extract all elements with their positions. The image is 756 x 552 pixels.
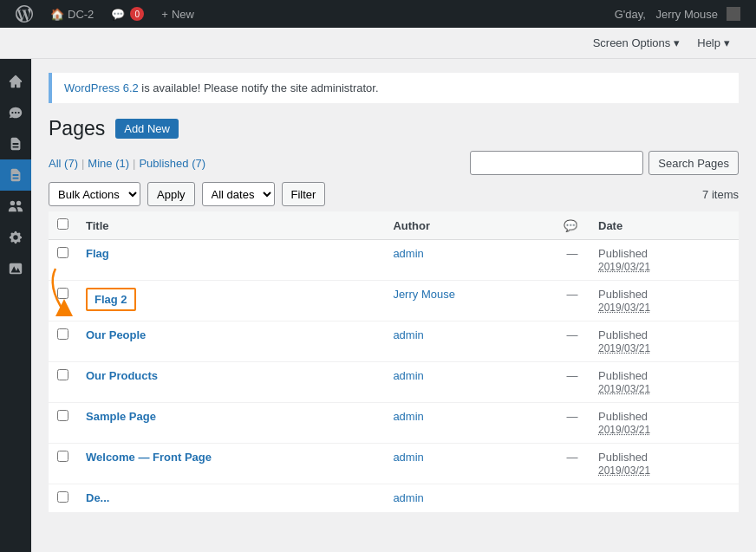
help-button[interactable]: Help ▾	[688, 33, 739, 53]
user-avatar	[727, 7, 740, 21]
wp-logo[interactable]	[7, 0, 42, 28]
sidebar-item-users[interactable]	[0, 191, 31, 222]
apply-button[interactable]: Apply	[147, 182, 195, 206]
sidebar-item-media[interactable]	[0, 253, 31, 284]
title-header[interactable]: Title	[77, 211, 384, 240]
screen-options-button[interactable]: Screen Options ▾	[584, 33, 689, 53]
author-link[interactable]: admin	[393, 451, 423, 464]
row-checkbox-cell	[49, 321, 77, 362]
row-checkbox[interactable]	[57, 491, 68, 503]
select-all-checkbox[interactable]	[57, 218, 68, 230]
comment-count: 0	[130, 7, 144, 21]
row-checkbox[interactable]	[57, 410, 68, 421]
add-new-button[interactable]: Add New	[115, 119, 179, 139]
filter-mine-link[interactable]: Mine (1)	[88, 157, 129, 170]
items-count: 7 items	[702, 188, 739, 201]
table-row: De... admin	[49, 484, 739, 513]
page-title-link[interactable]: De...	[86, 491, 109, 504]
sidebar-item-dashboard[interactable]	[0, 66, 31, 97]
filter-bar: All (7) | Mine (1) | Published (7) Searc…	[49, 151, 739, 175]
row-date-cell: Published 2019/03/21	[590, 281, 739, 321]
date-value: 2019/03/21	[598, 424, 650, 436]
sidebar-item-comments[interactable]	[0, 97, 31, 128]
row-comments-cell: —	[555, 281, 590, 321]
author-header[interactable]: Author	[384, 211, 555, 240]
comments-count: —	[567, 288, 578, 301]
greeting-text: G'day,	[615, 8, 646, 21]
row-checkbox-cell	[49, 240, 77, 281]
pages-table: Title Author 💬 Date Flag admin —	[49, 211, 739, 512]
comments-item[interactable]: 💬 0	[102, 0, 153, 28]
wp-version-link[interactable]: WordPress 6.2	[64, 81, 139, 94]
table-row: Welcome — Front Page admin — Published 2…	[49, 444, 739, 484]
comments-count: —	[567, 369, 578, 382]
row-checkbox-cell	[49, 484, 77, 513]
date-status: Published	[598, 328, 648, 341]
row-checkbox-cell	[49, 281, 77, 321]
comments-icon: 💬	[564, 219, 577, 232]
row-comments-cell: —	[555, 362, 590, 403]
filter-button[interactable]: Filter	[282, 182, 326, 206]
site-name-item[interactable]: 🏠 DC-2	[42, 0, 102, 28]
comments-count: —	[567, 247, 578, 260]
row-checkbox-cell	[49, 444, 77, 484]
bulk-actions-select[interactable]: Bulk Actions	[49, 182, 140, 206]
page-title-link[interactable]: Sample Page	[86, 410, 156, 423]
row-checkbox[interactable]	[57, 288, 68, 299]
help-label: Help	[697, 36, 720, 49]
row-checkbox[interactable]	[57, 328, 68, 340]
row-title-cell: Flag	[77, 240, 384, 281]
user-greeting[interactable]: G'day, Jerry Mouse	[606, 0, 749, 28]
admin-menu	[0, 28, 31, 552]
page-title-link[interactable]: Our Products	[86, 369, 158, 382]
comments-header: 💬	[555, 211, 590, 240]
dates-filter-select[interactable]: All dates	[202, 182, 275, 206]
table-header-row: Title Author 💬 Date	[49, 211, 739, 240]
table-row: Flag admin — Published 2019/03/21	[49, 240, 739, 281]
screen-options-label: Screen Options	[593, 36, 671, 49]
row-date-cell: Published 2019/03/21	[590, 444, 739, 484]
sidebar-item-posts[interactable]	[0, 128, 31, 159]
actions-bar: Bulk Actions Apply All dates Filter 7 it…	[49, 182, 739, 206]
author-link[interactable]: admin	[393, 369, 423, 382]
author-link[interactable]: Jerry Mouse	[393, 288, 455, 301]
author-link[interactable]: admin	[393, 247, 423, 260]
row-checkbox[interactable]	[57, 369, 68, 380]
admin-bar: 🏠 DC-2 💬 0 + New G'day, Jerry Mouse	[0, 0, 756, 28]
search-box: Search Pages	[470, 151, 739, 175]
sidebar-item-tools[interactable]	[0, 222, 31, 253]
author-link[interactable]: admin	[393, 410, 423, 423]
date-value: 2019/03/21	[598, 383, 650, 395]
row-title-cell: Flag 2	[77, 281, 384, 321]
search-input[interactable]	[470, 151, 643, 175]
filter-published-link[interactable]: Published (7)	[139, 157, 205, 170]
row-checkbox[interactable]	[57, 451, 68, 462]
secondary-bar: Screen Options ▾ Help ▾	[0, 28, 756, 59]
author-link[interactable]: admin	[393, 328, 423, 341]
update-notice: WordPress 6.2 is available! Please notif…	[49, 73, 739, 103]
search-pages-button[interactable]: Search Pages	[648, 151, 739, 175]
row-checkbox[interactable]	[57, 247, 68, 258]
row-title-cell: Our People	[77, 321, 384, 362]
page-title-link[interactable]: Our People	[86, 328, 146, 341]
row-date-cell: Published 2019/03/21	[590, 403, 739, 444]
page-title-link[interactable]: Flag 2	[94, 293, 127, 306]
row-author-cell: admin	[384, 444, 555, 484]
page-title-link[interactable]: Welcome — Front Page	[86, 451, 212, 464]
new-content-item[interactable]: + New	[153, 0, 203, 28]
sep1: |	[81, 157, 84, 170]
row-title-cell: Welcome — Front Page	[77, 444, 384, 484]
page-header: Pages Add New	[49, 117, 739, 140]
date-status: Published	[598, 247, 648, 260]
date-status: Published	[598, 369, 648, 382]
date-value: 2019/03/21	[598, 302, 650, 314]
row-date-cell: Published 2019/03/21	[590, 362, 739, 403]
notice-message: is available! Please notify the site adm…	[139, 81, 379, 94]
author-link[interactable]: admin	[393, 491, 423, 504]
date-header[interactable]: Date	[590, 211, 739, 240]
date-status: Published	[598, 410, 648, 423]
page-title-link[interactable]: Flag	[86, 247, 109, 260]
filter-all-link[interactable]: All (7)	[49, 157, 78, 170]
sidebar-item-pages[interactable]	[0, 159, 31, 191]
table-row: Our People admin — Published 2019/03/21	[49, 321, 739, 362]
